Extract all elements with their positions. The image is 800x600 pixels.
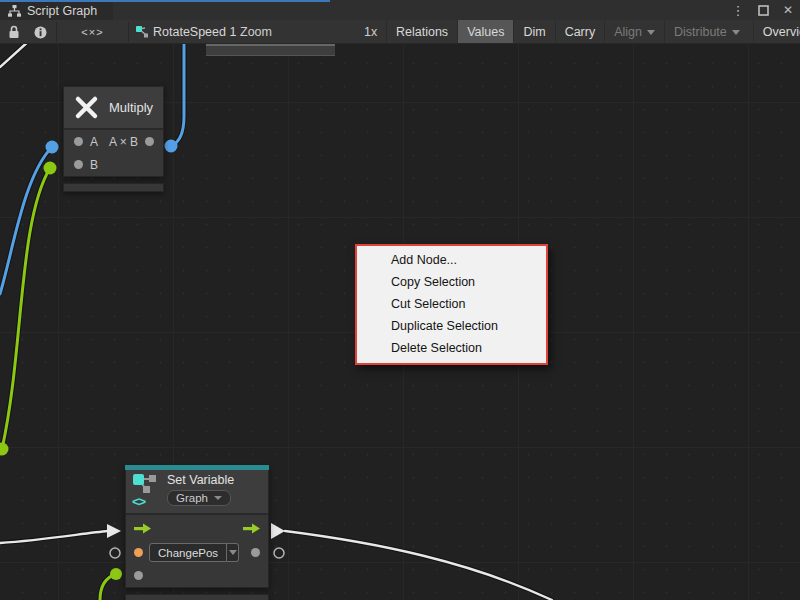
graph-toolbar: <×> RotateSpeed 1 Zoom 1x Relations Valu…: [0, 20, 800, 44]
flow-arrowhead-in: [107, 524, 121, 538]
wire-green-into-setvar: [100, 574, 116, 600]
value-output-port[interactable]: [251, 548, 260, 557]
window-menu-icon[interactable]: ⋮: [729, 0, 747, 20]
green-endpoint-dot[interactable]: [0, 443, 9, 456]
unconnected-port-ring[interactable]: [110, 548, 120, 558]
output-port[interactable]: [145, 137, 154, 146]
distribute-dropdown-button[interactable]: Distribute: [664, 20, 749, 44]
node-set-variable[interactable]: <> Set Variable Graph: [125, 466, 269, 588]
code-view-button[interactable]: <×>: [57, 20, 128, 44]
focused-panel-highlight: [0, 0, 330, 2]
lock-button[interactable]: [2, 20, 26, 44]
input-port-b[interactable]: [74, 160, 83, 169]
relations-button[interactable]: Relations: [386, 20, 457, 44]
chevron-down-icon: [732, 30, 740, 35]
scope-dropdown[interactable]: Graph: [167, 490, 231, 506]
setvar-variable-row: ChangePos: [126, 541, 268, 564]
wire-white-into-setvar: [0, 531, 108, 543]
node-multiply[interactable]: Multiply A A × B B: [63, 86, 164, 177]
tab-bar: Script Graph ⋮ ✕: [0, 0, 800, 20]
flow-out-arrow-icon[interactable]: [243, 523, 260, 534]
clipped-node[interactable]: [206, 44, 335, 56]
graph-name-label[interactable]: RotateSpeed 1: [153, 20, 236, 44]
multiply-footer: [63, 183, 164, 192]
green-endpoint-dot[interactable]: [44, 162, 57, 175]
window-close-icon[interactable]: ✕: [778, 0, 798, 20]
window-maximize-icon[interactable]: [753, 0, 773, 20]
toolbar-buttons: Relations Values Dim Carry Align Distrib…: [386, 20, 800, 44]
setvar-header[interactable]: <> Set Variable Graph: [126, 470, 268, 515]
multiply-header[interactable]: Multiply: [64, 87, 163, 130]
blue-endpoint-dot[interactable]: [46, 141, 59, 154]
tab-script-graph[interactable]: Script Graph: [0, 2, 113, 20]
zoom-value: 1x: [364, 20, 377, 44]
port-label-b: B: [90, 158, 98, 172]
wire-green-into-multiply-b: [2, 168, 50, 449]
chevron-down-icon: [229, 550, 237, 555]
node-title: Multiply: [109, 100, 153, 115]
variable-node-icon: [134, 20, 150, 44]
align-dropdown-button[interactable]: Align: [604, 20, 664, 44]
code-brackets-icon: <>: [132, 495, 145, 508]
wire-blue-from-multiply-output: [171, 40, 184, 146]
variable-input-port[interactable]: [134, 548, 143, 557]
scope-value: Graph: [176, 492, 208, 504]
multiply-port-row-b: B: [64, 153, 163, 176]
wire-blue-into-multiply-a: [0, 147, 52, 294]
carry-button[interactable]: Carry: [555, 20, 605, 44]
node-title: Set Variable: [167, 473, 234, 488]
port-label-a: A: [90, 135, 98, 149]
flow-in-arrow-icon[interactable]: [134, 523, 151, 534]
overview-button[interactable]: Overview: [753, 20, 800, 44]
input-port-a[interactable]: [74, 137, 83, 146]
chevron-down-icon: [214, 496, 222, 500]
chevron-down-icon: [647, 30, 655, 35]
dim-button[interactable]: Dim: [513, 20, 554, 44]
flow-arrowhead-out: [271, 523, 285, 539]
menu-item-cut-selection[interactable]: Cut Selection: [357, 293, 546, 315]
variable-dropdown-button[interactable]: [227, 543, 239, 562]
setvar-extra-row: [126, 564, 268, 587]
context-menu: Add Node... Copy Selection Cut Selection…: [355, 244, 548, 365]
graph-hierarchy-icon: [8, 5, 21, 17]
menu-item-add-node[interactable]: Add Node...: [357, 249, 546, 271]
script-graph-window: Multiply A A × B B: [0, 0, 800, 600]
unconnected-port-ring[interactable]: [274, 548, 284, 558]
port-label-output: A × B: [109, 135, 138, 149]
wire-white-topleft: [0, 40, 30, 67]
variable-name: ChangePos: [158, 547, 218, 559]
multiply-port-row-a: A A × B: [64, 130, 163, 153]
green-endpoint-dot[interactable]: [110, 568, 122, 580]
zoom-label: Zoom: [240, 20, 272, 44]
tab-title: Script Graph: [27, 4, 97, 18]
menu-item-duplicate-selection[interactable]: Duplicate Selection: [357, 315, 546, 337]
menu-item-copy-selection[interactable]: Copy Selection: [357, 271, 546, 293]
wire-white-out-of-setvar: [285, 531, 552, 600]
variable-name-dropdown[interactable]: ChangePos: [149, 543, 227, 562]
info-button[interactable]: [28, 20, 52, 44]
padlock-icon: [8, 25, 20, 39]
multiply-x-icon: [73, 94, 100, 121]
menu-item-delete-selection[interactable]: Delete Selection: [357, 337, 546, 359]
blue-endpoint-dot[interactable]: [165, 140, 178, 153]
setvar-footer: [125, 594, 269, 600]
info-circle-icon: [34, 26, 47, 39]
setvar-flow-row: [126, 515, 268, 541]
variable-node-icon: <>: [132, 473, 160, 510]
values-button[interactable]: Values: [457, 20, 513, 44]
value-input-port[interactable]: [134, 571, 143, 580]
